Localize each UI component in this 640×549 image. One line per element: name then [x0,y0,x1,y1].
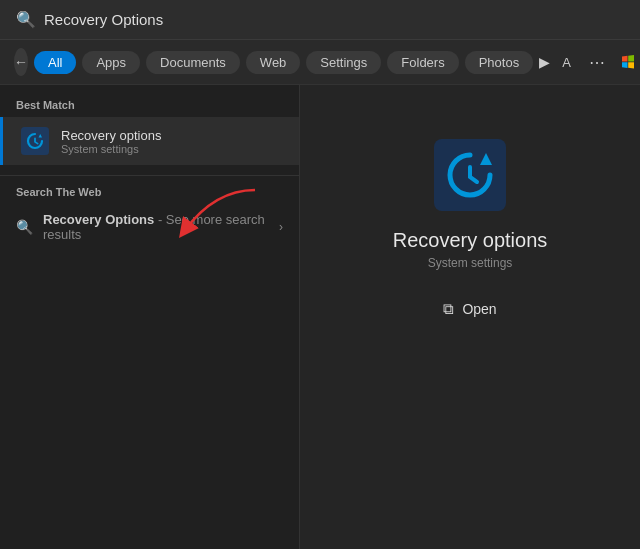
app-subtitle-large: System settings [428,256,513,270]
filter-pill-apps[interactable]: Apps [82,51,140,74]
search-input[interactable] [44,11,624,28]
filter-pill-folders[interactable]: Folders [387,51,458,74]
filter-pill-web[interactable]: Web [246,51,301,74]
filter-play-button[interactable]: ▶ [539,54,550,70]
app-title-large: Recovery options [393,229,548,252]
search-icon: 🔍 [16,10,36,29]
filter-pill-settings[interactable]: Settings [306,51,381,74]
web-chevron-icon: › [279,220,283,234]
best-match-label: Best match [0,99,299,117]
filter-bar: ← All Apps Documents Web Settings Folder… [0,40,640,85]
open-button[interactable]: ⧉ Open [431,294,508,324]
web-result-title: Recovery Options [43,212,154,227]
recovery-icon [19,125,51,157]
main-content: Best match Recovery options System setti… [0,85,640,549]
web-section: 🔍 Recovery Options - See more search res… [0,204,299,250]
recovery-title: Recovery options [61,128,161,143]
web-section-label: Search the web [0,186,299,204]
divider [0,175,299,176]
back-button[interactable]: ← [14,48,28,76]
windows-logo [617,50,639,74]
open-label: Open [462,301,496,317]
recovery-subtitle: System settings [61,143,161,155]
web-result-item[interactable]: 🔍 Recovery Options - See more search res… [16,204,283,250]
result-item-recovery[interactable]: Recovery options System settings [0,117,299,165]
open-icon: ⧉ [443,300,454,318]
filter-letter-button[interactable]: A [556,51,577,74]
filter-pill-all[interactable]: All [34,51,76,74]
svg-point-0 [617,51,639,73]
filter-pill-photos[interactable]: Photos [465,51,533,74]
filter-more-button[interactable]: ⋯ [583,49,611,76]
filter-pill-documents[interactable]: Documents [146,51,240,74]
left-panel: Best match Recovery options System setti… [0,85,300,549]
search-bar: 🔍 [0,0,640,40]
web-result-text: Recovery Options - See more search resul… [43,212,269,242]
recovery-result-text: Recovery options System settings [61,128,161,155]
web-search-icon: 🔍 [16,219,33,235]
right-panel: Recovery options System settings ⧉ Open [300,85,640,549]
app-icon-large [430,135,510,215]
